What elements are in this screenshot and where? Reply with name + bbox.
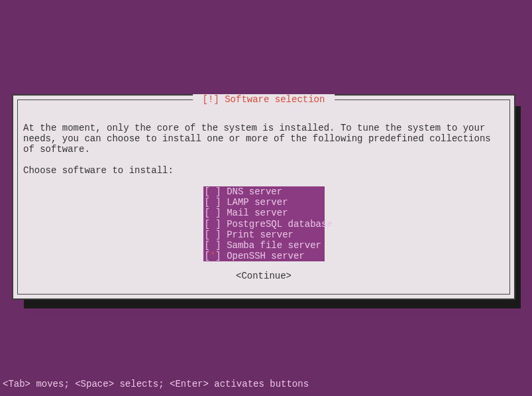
dialog-body-text: At the moment, only the core of the syst… — [23, 123, 504, 155]
software-option[interactable]: [ ] Samba file server — [203, 240, 325, 251]
dialog-title-text: [!] Software selection — [203, 94, 325, 105]
software-option[interactable]: [*] OpenSSH server — [203, 251, 325, 261]
option-label: OpenSSH server — [227, 251, 305, 261]
option-label: PostgreSQL database — [227, 219, 333, 230]
software-options-list[interactable]: [ ] DNS server[ ] LAMP server[ ] Mail se… — [203, 186, 325, 261]
option-label: LAMP server — [227, 197, 288, 208]
footer-hint: <Tab> moves; <Space> selects; <Enter> ac… — [3, 379, 309, 389]
software-option[interactable]: [ ] LAMP server — [203, 197, 325, 208]
option-label: Print server — [227, 230, 293, 240]
option-checkbox-mark — [210, 240, 215, 251]
software-option[interactable]: [ ] Mail server — [203, 208, 325, 218]
option-checkbox-mark — [210, 219, 215, 230]
option-checkbox-mark — [210, 197, 215, 208]
option-label: DNS server — [227, 186, 282, 197]
option-checkbox-mark: * — [210, 251, 215, 261]
dialog-prompt: Choose software to install: — [23, 165, 504, 176]
option-label: Mail server — [227, 208, 288, 218]
software-option[interactable]: [ ] PostgreSQL database — [203, 219, 325, 230]
dialog-frame: [!] Software selection At the moment, on… — [17, 99, 510, 295]
continue-button[interactable]: <Continue> — [236, 271, 292, 281]
option-checkbox-mark — [210, 208, 215, 218]
continue-row: <Continue> — [23, 271, 504, 281]
software-option[interactable]: [ ] Print server — [203, 230, 325, 240]
software-selection-dialog: [!] Software selection At the moment, on… — [12, 94, 515, 300]
software-option[interactable]: [ ] DNS server — [203, 186, 325, 197]
dialog-title: [!] Software selection — [193, 94, 335, 105]
option-label: Samba file server — [227, 240, 321, 251]
option-checkbox-mark — [210, 230, 215, 240]
option-checkbox-mark — [210, 186, 215, 197]
